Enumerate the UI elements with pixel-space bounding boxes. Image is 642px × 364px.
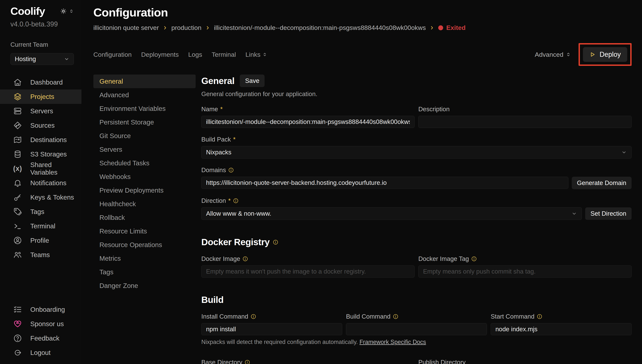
advanced-menu[interactable]: Advanced — [535, 51, 571, 58]
chevron-down-icon — [64, 56, 70, 62]
sidebar-item-terminal[interactable]: Terminal — [0, 219, 81, 233]
sidebar-item-label: Shared Variables — [30, 161, 78, 176]
status-text: Exited — [446, 24, 466, 32]
subnav-item-danger-zone[interactable]: Danger Zone — [93, 279, 196, 292]
subnav-item-scheduled-tasks[interactable]: Scheduled Tasks — [93, 156, 196, 170]
sidebar-item-destinations[interactable]: Destinations — [0, 132, 81, 147]
subnav-item-environment-variables[interactable]: Environment Variables — [93, 102, 196, 116]
start-command-label: Start Command — [491, 313, 631, 320]
sidebar-item-label: S3 Storages — [30, 150, 67, 158]
sidebar-item-label: Sponsor us — [30, 320, 64, 328]
sidebar-item-projects[interactable]: Projects — [0, 90, 81, 104]
docker-image-input[interactable] — [201, 266, 415, 278]
home-icon — [13, 78, 22, 87]
subnav-item-healthcheck[interactable]: Healthcheck — [93, 197, 196, 211]
tab-logs[interactable]: Logs — [188, 51, 202, 58]
tabs: Configuration Deployments Logs Terminal … — [93, 51, 267, 58]
info-icon — [537, 314, 542, 319]
sidebar-item-keys-tokens[interactable]: Keys & Tokens — [0, 190, 81, 204]
current-team-label: Current Team — [11, 41, 74, 48]
sidebar-item-dashboard[interactable]: Dashboard — [0, 75, 81, 90]
sidebar-nav: Dashboard Projects Servers Sources Desti… — [0, 75, 81, 262]
info-icon — [393, 314, 399, 319]
save-button[interactable]: Save — [240, 74, 264, 87]
breadcrumb-application[interactable]: illicitestonion/-module--decomposition:m… — [214, 24, 426, 32]
tab-deployments[interactable]: Deployments — [141, 51, 179, 58]
sidebar: Coolify v4.0.0-beta.399 Current Team Hos… — [0, 0, 81, 364]
subnav-item-git-source[interactable]: Git Source — [93, 129, 196, 143]
question-circle-icon — [13, 334, 22, 342]
terminal-icon — [13, 222, 22, 230]
settings-subnav: General Advanced Environment Variables P… — [93, 74, 196, 292]
key-icon — [13, 193, 22, 202]
direction-select[interactable]: Allow www & non-www. — [201, 207, 582, 220]
deploy-button[interactable]: Deploy — [583, 47, 627, 62]
subnav-item-preview-deployments[interactable]: Preview Deployments — [93, 184, 196, 197]
main-content: Configuration illicitonion quote server … — [81, 0, 642, 364]
map-icon — [13, 136, 22, 144]
subnav-item-general[interactable]: General — [93, 74, 196, 88]
app-root: Coolify v4.0.0-beta.399 Current Team Hos… — [0, 0, 642, 364]
subnav-item-advanced[interactable]: Advanced — [93, 88, 196, 102]
git-source-icon — [13, 121, 22, 130]
tab-configuration[interactable]: Configuration — [93, 51, 132, 58]
build-command-label: Build Command — [346, 313, 487, 320]
build-command-input[interactable] — [346, 323, 487, 335]
install-command-label: Install Command — [201, 313, 342, 320]
sidebar-item-label: Logout — [30, 349, 51, 356]
subnav-item-servers[interactable]: Servers — [93, 143, 196, 156]
docker-image-tag-input[interactable] — [418, 266, 631, 278]
breadcrumb-environment[interactable]: production — [171, 24, 201, 32]
info-icon — [242, 256, 248, 262]
subnav-item-tags[interactable]: Tags — [93, 265, 196, 279]
sidebar-item-label: Terminal — [30, 222, 55, 230]
tab-links[interactable]: Links — [245, 51, 267, 58]
heart-hands-icon — [13, 320, 22, 328]
subnav-item-resource-operations[interactable]: Resource Operations — [93, 238, 196, 252]
team-select[interactable]: Hosting — [11, 53, 74, 65]
name-input[interactable] — [201, 116, 415, 128]
chevron-down-icon — [621, 150, 627, 155]
sidebar-item-sources[interactable]: Sources — [0, 118, 81, 132]
tag-icon — [13, 207, 22, 216]
sidebar-item-label: Onboarding — [30, 306, 65, 313]
tab-terminal[interactable]: Terminal — [211, 51, 236, 58]
sidebar-item-logout[interactable]: Logout — [0, 346, 81, 360]
sidebar-item-teams[interactable]: Teams — [0, 248, 81, 262]
required-asterisk: * — [220, 106, 223, 113]
breadcrumb-project[interactable]: illicitonion quote server — [93, 24, 159, 32]
set-direction-button[interactable]: Set Direction — [585, 207, 631, 220]
checklist-icon — [13, 305, 22, 314]
sidebar-item-onboarding[interactable]: Onboarding — [0, 302, 81, 317]
subnav-item-rollback[interactable]: Rollback — [93, 211, 196, 224]
start-command-input[interactable] — [491, 323, 631, 335]
build-pack-select[interactable]: Nixpacks — [201, 146, 631, 158]
framework-docs-link[interactable]: Framework Specific Docs — [360, 339, 426, 345]
app-logo: Coolify — [11, 5, 45, 17]
sidebar-item-sponsor[interactable]: Sponsor us — [0, 317, 81, 331]
info-icon — [233, 198, 239, 204]
sidebar-item-label: Destinations — [30, 136, 67, 144]
info-icon — [250, 314, 256, 319]
subnav-item-metrics[interactable]: Metrics — [93, 252, 196, 265]
theme-toggle[interactable] — [60, 8, 74, 15]
description-input[interactable] — [418, 116, 631, 128]
sidebar-item-shared-variables[interactable]: (x) Shared Variables — [0, 162, 81, 176]
sidebar-item-tags[interactable]: Tags — [0, 204, 81, 219]
subnav-item-persistent-storage[interactable]: Persistent Storage — [93, 116, 196, 129]
description-label: Description — [418, 106, 631, 113]
sidebar-item-notifications[interactable]: Notifications — [0, 176, 81, 190]
generate-domain-button[interactable]: Generate Domain — [572, 177, 631, 189]
page-title: Configuration — [93, 6, 631, 19]
domains-input[interactable] — [201, 177, 568, 189]
sidebar-item-s3-storages[interactable]: S3 Storages — [0, 147, 81, 162]
app-version: v4.0.0-beta.399 — [11, 20, 74, 28]
sidebar-item-servers[interactable]: Servers — [0, 104, 81, 118]
nixpacks-note: Nixpacks will detect the required config… — [201, 339, 631, 346]
sidebar-item-feedback[interactable]: Feedback — [0, 331, 81, 346]
required-asterisk: * — [233, 136, 236, 143]
install-command-input[interactable] — [201, 323, 342, 335]
subnav-item-webhooks[interactable]: Webhooks — [93, 170, 196, 184]
subnav-item-resource-limits[interactable]: Resource Limits — [93, 224, 196, 238]
sidebar-item-profile[interactable]: Profile — [0, 233, 81, 248]
